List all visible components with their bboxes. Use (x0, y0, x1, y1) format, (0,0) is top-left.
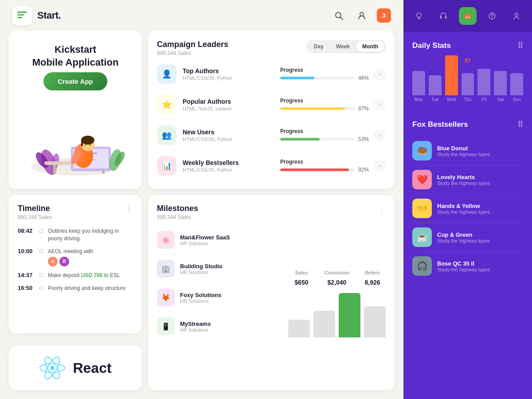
row-arrow-button[interactable]: › (373, 129, 386, 141)
timeline-text-content: Outlines keep you indulging in poorly dr… (48, 227, 133, 243)
bestseller-subtitle: Study the highway types (437, 238, 523, 243)
timeline-item: 16:50 Poorly driving and keep structure (18, 285, 133, 292)
row-arrow-button[interactable]: › (373, 160, 386, 172)
row-tags: HTML/CSS/JS, Python (183, 137, 280, 142)
campaign-leaders-card: Campaign Leaders 890,344 Sales Day Week … (148, 31, 395, 189)
milestones-list: 🌸 Man&Flower SaaS HR Solutions 🏢 Buildin… (157, 226, 281, 381)
bar (412, 71, 425, 95)
sidebar-icon-fox[interactable] (459, 7, 477, 25)
bestseller-info: Bose QC 35 II Study the highway types (437, 260, 523, 272)
row-name: New Users (183, 129, 280, 136)
bestseller-item: ❤️ Lovely Hearts Study the highway types (412, 165, 523, 194)
row-name: Popular Authors (183, 98, 280, 105)
bestseller-name: Bose QC 35 II (437, 260, 523, 267)
milestone-chart-bar (288, 320, 310, 337)
bestseller-image: 🎧 (412, 256, 432, 276)
row-arrow-button[interactable]: › (373, 98, 386, 111)
svg-point-2 (360, 12, 364, 16)
progress-label: Progress (280, 98, 369, 104)
svg-point-19 (85, 145, 86, 146)
timeline-text-content: Make deposit USD 700 to ESL (48, 272, 120, 279)
row-info: Top Authors HTML/CSS/JS, Python (183, 67, 280, 81)
timeline-time: 16:50 (18, 285, 35, 291)
daily-stats-menu[interactable]: ⠿ (517, 41, 523, 51)
timeline-text-content: Poorly driving and keep structure (48, 285, 125, 292)
campaign-row: ⭐ Popular Authors HTML, VueJS, Laravel P… (157, 90, 386, 119)
svg-point-17 (81, 136, 94, 145)
bar-column: Fri (477, 69, 490, 102)
sidebar-icon-headset[interactable] (434, 7, 452, 25)
bar-day-label: Mon (415, 97, 423, 102)
milestone-info: Foxy Solutions HR Solutions (180, 292, 221, 304)
milestone-icon: 🌸 (157, 231, 175, 249)
bars-chart: MonTueWedThuFriSatSun (412, 58, 523, 102)
milestone-info: Building Studio HR Solutions (180, 263, 223, 275)
bar-day-label: Thu (464, 97, 471, 102)
sidebar-icon-user[interactable] (508, 7, 525, 25)
campaign-row: 👥 New Users HTML/CSS/JS, Python Progress… (157, 121, 386, 150)
tab-group: Day Week Month (306, 40, 386, 53)
progress-pct: 53% (358, 136, 369, 142)
bestseller-item: 🍩 Blue Donut Study the highway types (412, 137, 523, 165)
svg-point-31 (466, 17, 467, 18)
milestones-chart (288, 293, 386, 337)
sidebar-icon-question[interactable] (483, 7, 501, 25)
progress-pct: 46% (358, 75, 369, 81)
milestone-sub: HR Solutions (180, 270, 223, 275)
milestones-card: Milestones 890,344 Sales ⋮ 🌸 Man&Flower … (148, 195, 395, 390)
bar-column: Wed (445, 55, 458, 102)
kickstart-card: Kickstart Mobile Application Create App (9, 31, 142, 189)
bar-column: Thu (462, 73, 474, 102)
milestone-name: MyStreams (180, 321, 211, 327)
svg-point-24 (50, 366, 55, 370)
milestone-item: 📱 MyStreams HR Solutions (157, 312, 281, 340)
timeline-dot (39, 286, 43, 290)
bestseller-image: 👐 (412, 199, 432, 218)
svg-point-32 (468, 17, 469, 18)
timeline-dot (39, 273, 43, 278)
progress-pct: 87% (358, 106, 369, 112)
bestseller-name: Hands & Yellow (437, 203, 523, 209)
milestones-menu[interactable]: ⋮ (378, 204, 386, 214)
tab-week[interactable]: Week (330, 41, 356, 52)
tab-day[interactable]: Day (308, 41, 330, 52)
user-icon[interactable] (354, 8, 370, 23)
illustration (22, 109, 129, 180)
bestsellers-menu[interactable]: ⠿ (517, 120, 523, 129)
daily-stats-chart: 57 MonTueWedThuFriSatSun (412, 58, 523, 111)
logo-box (12, 6, 32, 25)
progress-label: Progress (280, 128, 369, 134)
search-icon[interactable] (331, 8, 347, 23)
bar (429, 75, 442, 95)
milestones-subtitle: 890,344 Sales (157, 214, 198, 220)
tab-month[interactable]: Month (356, 41, 384, 52)
timeline-title: Timeline (18, 204, 52, 213)
svg-rect-8 (53, 165, 56, 174)
svg-rect-29 (440, 16, 442, 19)
bestseller-info: Lovely Hearts Study the highway types (437, 174, 523, 186)
timeline-items: 08:42 Outlines keep you indulging in poo… (18, 227, 133, 292)
timeline-menu[interactable]: ⋮ (125, 204, 133, 214)
milestone-info: Man&Flower SaaS HR Solutions (180, 234, 230, 246)
right-sidebar: Daily Stats ⠿ 57 MonTueWedThuFriSatSun F… (403, 0, 532, 399)
milestone-chart-bar (339, 293, 360, 337)
row-arrow-button[interactable]: › (373, 68, 386, 80)
peak-label: 57 (465, 58, 470, 64)
svg-point-28 (417, 13, 421, 17)
bar-day-label: Fri (481, 97, 487, 102)
sidebar-icon-bulb[interactable] (410, 7, 428, 25)
notification-badge[interactable]: 3 (377, 8, 391, 23)
campaign-row: 📊 Weekly Bestsellers HTML/CSS/JS, Python… (157, 152, 386, 180)
timeline-item: 10:00 AEOL meeting with A B (18, 248, 133, 267)
milestone-sub: HR Solutions (180, 241, 230, 246)
bestseller-image: 🍩 (412, 141, 432, 160)
timeline-text-content: AEOL meeting with A B (48, 248, 93, 267)
bar (462, 73, 474, 95)
progress-fill (280, 107, 345, 110)
timeline-avatars: A B (48, 257, 93, 266)
create-app-button[interactable]: Create App (43, 72, 107, 90)
kickstart-title: Kickstart Mobile Application (32, 43, 119, 69)
timeline-dot (39, 229, 43, 233)
timeline-item: 14:37 Make deposit USD 700 to ESL (18, 272, 133, 279)
milestones-title: Milestones (157, 204, 198, 213)
